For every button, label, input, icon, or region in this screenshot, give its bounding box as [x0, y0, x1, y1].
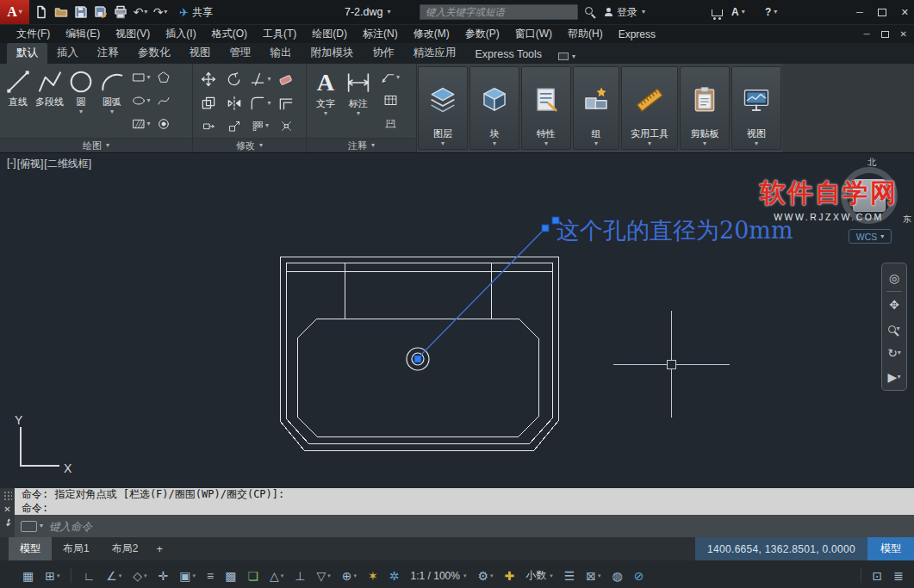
ortho-mode-toggle[interactable]: ∟	[83, 570, 95, 582]
offset-tool[interactable]	[273, 91, 299, 115]
text-tool[interactable]: A 文字 ▾	[309, 65, 342, 138]
move-tool[interactable]	[196, 67, 221, 91]
line-tool[interactable]: 直线	[3, 65, 34, 138]
redo-button[interactable]: ↷ ▾	[151, 3, 170, 22]
dynamic-ucs-toggle[interactable]: ⊥	[295, 570, 305, 582]
draw-panel-title[interactable]: 绘图 ▾	[0, 138, 192, 152]
menu-file[interactable]: 文件(F)	[9, 25, 58, 43]
snap-mode-toggle[interactable]: ⊞▾	[45, 570, 59, 582]
ribbon-tab-collaborate[interactable]: 协作	[364, 43, 404, 64]
pan-button[interactable]: ✥	[882, 294, 906, 316]
customization-button[interactable]: ≣	[893, 570, 904, 582]
tab-model[interactable]: 模型	[9, 537, 52, 560]
menu-tools[interactable]: 工具(T)	[255, 25, 304, 43]
menu-modify[interactable]: 修改(M)	[406, 25, 457, 43]
doc-restore-button[interactable]	[881, 31, 889, 38]
share-button[interactable]: ✈ 共享	[172, 5, 220, 20]
polar-tracking-toggle[interactable]: ∠▾	[106, 570, 121, 582]
ribbon-tab-featured-apps[interactable]: 精选应用	[404, 43, 466, 64]
command-window-grip[interactable]: ✕	[0, 488, 15, 537]
drawing-area[interactable]: [-] [俯视] [二维线框] 这个孔的直径为20mm	[0, 153, 914, 488]
annotation-visibility-toggle[interactable]: ✶	[368, 570, 378, 582]
menu-insert[interactable]: 插入(I)	[158, 25, 203, 43]
maximize-button[interactable]	[878, 9, 886, 16]
ucs-icon[interactable]: Y X	[15, 413, 72, 475]
annotation-panel-title[interactable]: 注释 ▾	[307, 138, 416, 152]
sign-in-button[interactable]: 登录 ▾	[604, 0, 645, 24]
properties-panel-button[interactable]: 特性 ▾	[521, 66, 571, 150]
view-panel-button[interactable]: 视图 ▾	[731, 66, 781, 150]
explode-tool[interactable]	[273, 115, 299, 136]
undo-button[interactable]: ↶ ▾	[131, 3, 150, 22]
viewport-visual-style-control[interactable]: [二维线框]	[44, 157, 91, 171]
hatch-tool[interactable]: ▾	[130, 112, 152, 135]
gizmo-toggle[interactable]: ⊕▾	[342, 570, 357, 582]
selection-filtering-toggle[interactable]: ▽▾	[317, 570, 331, 582]
command-close-button[interactable]: ✕	[3, 505, 10, 514]
save-as-button[interactable]	[91, 3, 110, 22]
viewcube-east-label[interactable]: 东	[903, 214, 911, 226]
autoscale-toggle[interactable]: ✲	[389, 570, 400, 582]
units-control[interactable]: 小数▾	[525, 568, 553, 583]
menu-dimension[interactable]: 标注(N)	[355, 25, 406, 43]
rectangle-tool[interactable]: ▾	[130, 65, 152, 89]
modify-panel-title[interactable]: 修改 ▾	[193, 138, 306, 152]
arc-tool[interactable]: 圆弧 ▾	[96, 65, 127, 138]
stretch-tool[interactable]	[196, 115, 221, 136]
annotation-scale-control[interactable]: 1:1 / 100%▾	[411, 570, 467, 582]
application-menu-button[interactable]: A ▾	[0, 0, 29, 24]
wcs-dropdown[interactable]: WCS ▾	[849, 229, 892, 244]
menu-draw[interactable]: 绘图(D)	[304, 25, 355, 43]
menu-window[interactable]: 窗口(W)	[507, 25, 560, 43]
viewport-view-control[interactable]: [俯视]	[17, 157, 44, 171]
search-input[interactable]	[420, 4, 578, 20]
grid-display-toggle[interactable]: ▦	[22, 570, 34, 582]
model-space-toggle[interactable]: 模型	[867, 537, 914, 560]
isometric-drafting-toggle[interactable]: ◇▾	[133, 570, 146, 582]
copy-tool[interactable]	[196, 91, 221, 115]
rotate-tool[interactable]	[221, 67, 247, 91]
isolate-objects-button[interactable]: ◍	[612, 570, 623, 582]
polygon-tool[interactable]	[152, 65, 175, 89]
transparency-toggle[interactable]: ▩	[225, 570, 236, 582]
autodesk-apps-button[interactable]: A ▾	[731, 0, 745, 24]
ribbon-tab-express-tools[interactable]: Express Tools	[466, 46, 552, 64]
leader-tool[interactable]: ▾	[377, 65, 403, 89]
erase-tool[interactable]	[273, 67, 299, 91]
utilities-panel-button[interactable]: 实用工具 ▾	[621, 66, 678, 150]
donut-tool[interactable]	[152, 112, 175, 135]
menu-express[interactable]: Express	[611, 25, 663, 43]
block-panel-button[interactable]: 块 ▾	[469, 66, 519, 150]
ribbon-tab-parametric[interactable]: 参数化	[128, 43, 180, 64]
app-store-button[interactable]	[712, 7, 723, 19]
tab-layout1[interactable]: 布局1	[52, 537, 101, 560]
grip-leader-landing[interactable]	[542, 225, 549, 232]
menu-view[interactable]: 视图(V)	[108, 25, 158, 43]
tab-layout2[interactable]: 布局2	[101, 537, 150, 560]
navigation-wheel-button[interactable]: ◎	[882, 267, 906, 289]
document-title[interactable]: 7-2.dwg ▾	[345, 0, 391, 24]
selection-cycling-toggle[interactable]: ❏	[247, 570, 258, 582]
zoom-button[interactable]: ▾	[882, 318, 906, 340]
annotation-monitor-toggle[interactable]: ✚	[505, 570, 515, 582]
show-motion-button[interactable]: ▶▾	[882, 366, 906, 388]
ribbon-tab-addins[interactable]: 附加模块	[302, 43, 364, 64]
object-snap-toggle[interactable]: ▣▾	[179, 570, 196, 582]
polyline-tool[interactable]: 多段线	[34, 65, 65, 138]
new-layout-button[interactable]: +	[149, 540, 170, 558]
viewcube[interactable]: 北 东	[836, 157, 908, 229]
groups-panel-button[interactable]: 组 ▾	[573, 66, 619, 150]
layers-panel-button[interactable]: 图层 ▾	[418, 66, 468, 150]
coordinates-display[interactable]: 1400.6654, 1362.8501, 0.0000	[695, 537, 867, 560]
search-button[interactable]	[585, 5, 593, 17]
array-tool[interactable]: ▾	[247, 115, 273, 136]
close-button[interactable]: ✕	[901, 7, 909, 18]
ribbon-tab-output[interactable]: 输出	[261, 43, 302, 64]
leader-line[interactable]	[421, 228, 545, 355]
open-file-button[interactable]	[52, 3, 71, 22]
ribbon-tab-annotate[interactable]: 注释	[88, 43, 128, 64]
lineweight-toggle[interactable]: ≡	[207, 570, 214, 582]
scale-tool[interactable]	[221, 115, 247, 136]
grip-text-insertion[interactable]	[552, 217, 559, 224]
menu-edit[interactable]: 编辑(E)	[58, 25, 108, 43]
